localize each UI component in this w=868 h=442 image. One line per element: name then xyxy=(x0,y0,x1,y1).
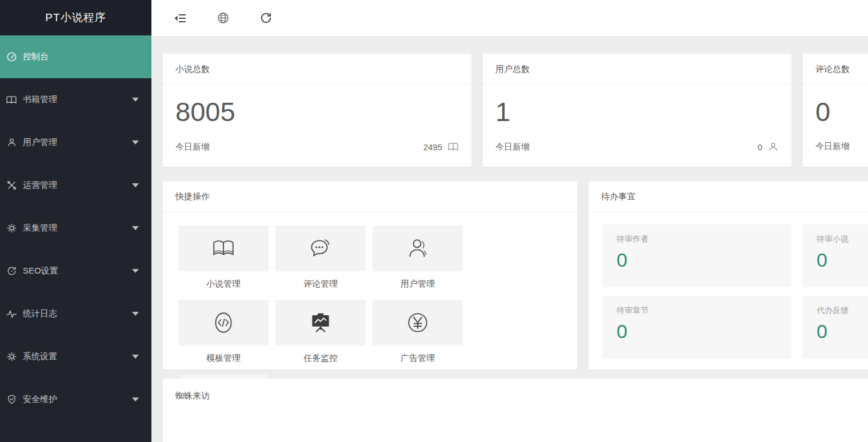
book-icon xyxy=(447,141,459,152)
sidebar-item-label: 系统设置 xyxy=(23,351,57,362)
stat-card-value: 8005 xyxy=(163,96,471,127)
todo-title: 待办事宜 xyxy=(589,181,868,212)
todo-item-label: 代办反馈 xyxy=(817,306,868,316)
chevron-down-icon xyxy=(132,269,139,273)
sidebar-item-label: 采集管理 xyxy=(23,223,57,234)
spider-visits-card: 蜘蛛来访 xyxy=(163,379,868,442)
book-icon xyxy=(210,235,237,262)
user-icon xyxy=(5,136,18,150)
sync-icon xyxy=(5,264,18,278)
todo-item-value: 0 xyxy=(617,249,778,271)
chevron-down-icon xyxy=(132,397,139,401)
quick-action-label: 小说管理 xyxy=(178,279,269,290)
main-area: 小说总数 8005 今日新增 2495 用户总数 1 xyxy=(151,0,868,442)
sidebar-item-operations[interactable]: 运营管理 xyxy=(0,164,151,207)
todo-item-label: 待审章节 xyxy=(617,306,778,316)
monitor-chart-icon xyxy=(307,310,334,336)
stat-footer-value: 2495 xyxy=(423,142,442,152)
yen-circle-icon xyxy=(405,310,431,336)
stat-card-novels: 小说总数 8005 今日新增 2495 xyxy=(163,54,471,167)
sidebar-item-seo[interactable]: SEO设置 xyxy=(0,250,151,292)
chevron-down-icon xyxy=(132,140,139,144)
user-icon xyxy=(405,235,431,262)
quick-action-label: 用户管理 xyxy=(373,279,463,290)
todo-item-pending-authors[interactable]: 待审作者 0 xyxy=(603,224,791,287)
quick-action-label: 任务监控 xyxy=(275,353,366,364)
sidebar-item-label: 统计日志 xyxy=(23,308,57,319)
chevron-down-icon xyxy=(132,312,139,316)
todo-item-label: 待审小说 xyxy=(817,234,868,244)
spider-visits-title: 蜘蛛来访 xyxy=(163,379,868,413)
quick-action-label: 评论管理 xyxy=(275,279,366,290)
sidebar-item-collect[interactable]: 采集管理 xyxy=(0,207,151,250)
gear-icon xyxy=(5,350,18,364)
todo-item-label: 待审作者 xyxy=(617,234,778,244)
chevron-down-icon xyxy=(132,98,139,102)
second-row: 快捷操作 小说管理 xyxy=(163,181,868,369)
sidebar-item-label: 控制台 xyxy=(23,51,49,62)
quick-action-novel-management[interactable]: 小说管理 xyxy=(178,226,269,290)
sidebar-item-label: SEO设置 xyxy=(23,266,58,276)
stat-card-value: 1 xyxy=(483,96,791,127)
quick-action-label: 模板管理 xyxy=(178,353,269,364)
quick-actions-title: 快捷操作 xyxy=(163,181,577,212)
quick-action-task-monitor[interactable]: 任务监控 xyxy=(275,300,366,364)
stat-footer-value: 0 xyxy=(758,142,762,152)
todo-item-value: 0 xyxy=(617,320,778,343)
sidebar: PT小说程序 控制台 书籍管理 用户管理 xyxy=(0,0,151,442)
stat-card-comments: 评论总数 0 今日新增 xyxy=(803,54,868,167)
sidebar-item-security[interactable]: 安全维护 xyxy=(0,378,151,421)
stat-footer-label: 今日新增 xyxy=(175,142,210,152)
quick-action-label: 广告管理 xyxy=(373,353,463,364)
quick-action-template-management[interactable]: 模板管理 xyxy=(178,300,269,364)
todo-card: 待办事宜 待审作者 0 待审小说 0 待审章节 0 代办反馈 xyxy=(589,181,868,369)
sidebar-item-label: 书籍管理 xyxy=(23,94,57,105)
chevron-down-icon xyxy=(132,355,139,359)
collapse-menu-icon[interactable] xyxy=(174,11,187,25)
sidebar-item-label: 用户管理 xyxy=(23,137,57,148)
quick-action-user-management[interactable]: 用户管理 xyxy=(373,226,463,290)
sidebar-item-label: 运营管理 xyxy=(23,180,57,191)
pulse-icon xyxy=(5,307,18,321)
user-icon xyxy=(767,141,779,152)
stat-card-title: 小说总数 xyxy=(163,54,471,85)
chevron-down-icon xyxy=(132,226,139,230)
tools-icon xyxy=(5,179,18,192)
todo-grid: 待审作者 0 待审小说 0 待审章节 0 代办反馈 0 xyxy=(589,212,868,367)
stat-card-value: 0 xyxy=(803,96,868,127)
sidebar-item-users[interactable]: 用户管理 xyxy=(0,121,151,164)
quick-action-comment-management[interactable]: 评论管理 xyxy=(275,226,366,290)
quick-action-ad-management[interactable]: 广告管理 xyxy=(373,300,463,364)
sidebar-item-stats-log[interactable]: 统计日志 xyxy=(0,292,151,335)
chevron-down-icon xyxy=(132,183,139,187)
todo-item-pending-novels[interactable]: 待审小说 0 xyxy=(803,224,868,287)
sidebar-item-dashboard[interactable]: 控制台 xyxy=(0,35,151,78)
todo-item-pending-chapters[interactable]: 待审章节 0 xyxy=(603,296,791,359)
stat-card-title: 用户总数 xyxy=(483,54,791,85)
stat-footer-label: 今日新增 xyxy=(495,142,530,152)
stat-card-title: 评论总数 xyxy=(803,54,868,85)
todo-item-value: 0 xyxy=(817,320,868,343)
sidebar-item-label: 安全维护 xyxy=(23,394,57,405)
shield-check-icon xyxy=(5,393,18,407)
app-logo: PT小说程序 xyxy=(0,0,151,35)
topbar xyxy=(151,0,868,37)
todo-item-pending-feedback[interactable]: 代办反馈 0 xyxy=(803,296,868,359)
sidebar-item-system[interactable]: 系统设置 xyxy=(0,335,151,378)
sidebar-item-books[interactable]: 书籍管理 xyxy=(0,78,151,121)
refresh-icon[interactable] xyxy=(259,11,273,25)
todo-item-value: 0 xyxy=(817,249,868,271)
spider-row: 蜘蛛来访 xyxy=(163,379,868,442)
template-code-icon xyxy=(210,310,237,336)
dashboard-content: 小说总数 8005 今日新增 2495 用户总数 1 xyxy=(151,37,868,442)
book-icon xyxy=(5,93,18,107)
quick-actions-card: 快捷操作 小说管理 xyxy=(163,181,577,369)
globe-icon[interactable] xyxy=(217,11,230,25)
dashboard-icon xyxy=(5,50,18,64)
stat-card-users: 用户总数 1 今日新增 0 xyxy=(483,54,791,167)
gear-icon xyxy=(5,222,18,235)
comment-icon xyxy=(307,235,334,262)
stat-footer-label: 今日新增 xyxy=(815,141,850,152)
stat-cards-row: 小说总数 8005 今日新增 2495 用户总数 1 xyxy=(163,54,868,167)
